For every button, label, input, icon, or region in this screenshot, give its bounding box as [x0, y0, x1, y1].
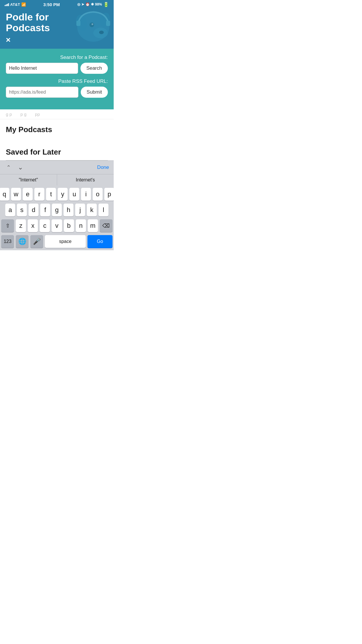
key-a[interactable]: a	[5, 204, 15, 216]
status-right: ◎ ➤ ⏰ ✱ 98% 🔋	[77, 2, 109, 7]
microphone-key[interactable]: 🎤	[30, 235, 43, 248]
alarm-icon: ⏰	[85, 2, 90, 6]
key-e[interactable]: e	[23, 188, 33, 201]
main-content: My Podcasts Saved for Later	[0, 119, 114, 160]
numbers-key[interactable]: 123	[1, 235, 14, 248]
key-u[interactable]: u	[69, 188, 79, 201]
status-left: AT&T 📶	[5, 2, 26, 7]
signal-bars	[5, 3, 9, 6]
saved-for-later-title: Saved for Later	[6, 148, 108, 160]
key-c[interactable]: c	[40, 219, 50, 232]
space-key[interactable]: space	[45, 235, 86, 248]
key-g[interactable]: g	[52, 204, 62, 216]
signal-bar-1	[5, 5, 6, 6]
done-button[interactable]: Done	[97, 164, 109, 170]
toolbar-arrows: ⌃ ⌄	[5, 162, 25, 172]
key-o[interactable]: o	[93, 188, 103, 201]
key-x[interactable]: x	[28, 219, 38, 232]
key-z[interactable]: z	[16, 219, 26, 232]
key-r[interactable]: r	[34, 188, 44, 201]
keyboard-row-2: a s d f g h j k l	[1, 204, 113, 216]
go-key[interactable]: Go	[87, 235, 113, 248]
close-button[interactable]: ×	[6, 36, 10, 44]
signal-bar-3	[7, 4, 8, 6]
svg-point-5	[92, 23, 93, 25]
shift-key[interactable]: ⇧	[1, 219, 14, 232]
key-i[interactable]: i	[81, 188, 91, 201]
globe-key[interactable]: 🌐	[16, 235, 29, 248]
location-arrow-icon: ➤	[81, 2, 84, 6]
key-y[interactable]: y	[58, 188, 68, 201]
search-button[interactable]: Search	[80, 63, 108, 74]
key-v[interactable]: v	[52, 219, 62, 232]
time-display: 3:50 PM	[43, 2, 60, 7]
rss-input-row: Submit	[6, 87, 108, 98]
svg-rect-8	[106, 21, 110, 26]
carrier-label: AT&T	[10, 2, 20, 7]
key-p[interactable]: p	[104, 188, 114, 201]
key-t[interactable]: t	[46, 188, 56, 201]
app-header: Podle for Podcasts ×	[0, 8, 114, 49]
svg-point-6	[99, 31, 104, 34]
location-icon: ◎	[77, 2, 80, 6]
app-title: Podle for Podcasts	[6, 12, 67, 34]
svg-rect-7	[76, 21, 80, 26]
battery-label: 98%	[95, 2, 102, 6]
key-n[interactable]: n	[76, 219, 86, 232]
key-b[interactable]: b	[64, 219, 74, 232]
arrow-up-button[interactable]: ⌃	[5, 162, 13, 172]
rss-feed-label: Paste RSS Feed URL:	[6, 78, 108, 84]
key-m[interactable]: m	[88, 219, 98, 232]
key-w[interactable]: w	[11, 188, 21, 201]
partial-content: g p p g pp	[6, 112, 40, 117]
keyboard: q w e r t y u i o p a s d f g h j k l ⇧ …	[0, 186, 114, 250]
keyboard-bottom-row: 123 🌐 🎤 space Go	[1, 235, 113, 248]
signal-bar-4	[8, 3, 9, 6]
key-q[interactable]: q	[0, 188, 9, 201]
bluetooth-icon: ✱	[91, 2, 94, 6]
autocomplete-item-1[interactable]: "Internet"	[0, 174, 57, 186]
key-s[interactable]: s	[17, 204, 27, 216]
wifi-icon: 📶	[21, 2, 26, 7]
arrow-down-button[interactable]: ⌄	[16, 162, 25, 172]
rss-feed-input[interactable]	[6, 87, 78, 98]
keyboard-row-3: ⇧ z x c v b n m ⌫	[1, 219, 113, 232]
status-bar: AT&T 📶 3:50 PM ◎ ➤ ⏰ ✱ 98% 🔋	[0, 0, 114, 8]
keyboard-row-1: q w e r t y u i o p	[1, 188, 113, 201]
search-for-podcast-label: Search for a Podcast:	[6, 55, 108, 60]
partial-visible-text: g p p g pp	[0, 109, 114, 119]
key-f[interactable]: f	[40, 204, 50, 216]
signal-bar-2	[6, 4, 7, 6]
keyboard-toolbar: ⌃ ⌄ Done	[0, 160, 114, 174]
autocomplete-bar: "Internet" Internet's	[0, 174, 114, 186]
submit-button[interactable]: Submit	[81, 87, 108, 98]
key-l[interactable]: l	[99, 204, 108, 216]
autocomplete-item-2[interactable]: Internet's	[57, 174, 114, 186]
battery-icon: 🔋	[103, 2, 109, 7]
delete-key[interactable]: ⌫	[100, 219, 113, 232]
key-j[interactable]: j	[75, 204, 85, 216]
my-podcasts-title: My Podcasts	[6, 125, 108, 134]
search-input-row: Search	[6, 63, 108, 74]
search-panel: Search for a Podcast: Search Paste RSS F…	[0, 49, 114, 109]
key-d[interactable]: d	[29, 204, 38, 216]
key-h[interactable]: h	[64, 204, 73, 216]
key-k[interactable]: k	[87, 204, 97, 216]
podcast-search-input[interactable]	[6, 63, 78, 74]
